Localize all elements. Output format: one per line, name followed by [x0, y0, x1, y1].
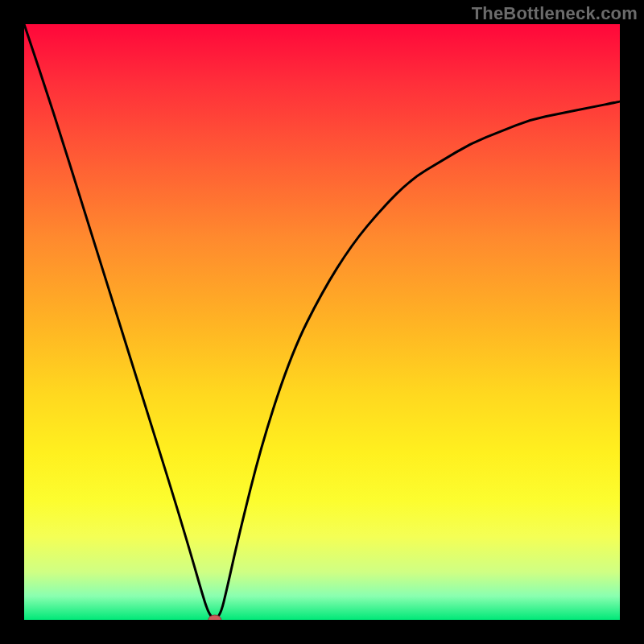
- chart-svg: [24, 24, 620, 620]
- plot-area: [24, 24, 620, 620]
- chart-frame: TheBottleneck.com: [0, 0, 644, 644]
- bottleneck-curve: [24, 24, 620, 618]
- watermark-text: TheBottleneck.com: [472, 3, 638, 24]
